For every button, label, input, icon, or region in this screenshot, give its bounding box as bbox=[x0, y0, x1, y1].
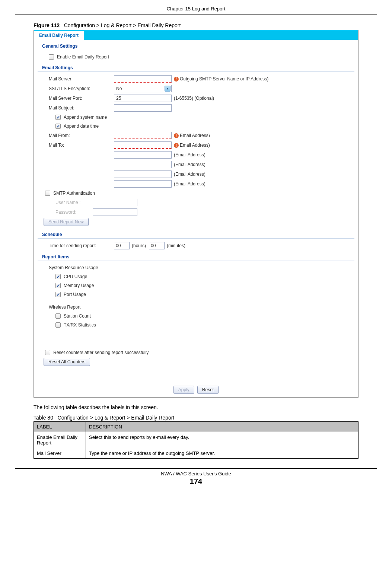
hint-mail-to-3: (Email Address) bbox=[174, 162, 205, 167]
checkbox-cpu-usage[interactable] bbox=[55, 274, 61, 279]
input-mail-to-3[interactable] bbox=[114, 161, 172, 168]
cell-desc: Type the name or IP address of the outgo… bbox=[86, 448, 358, 459]
body-text: The following table describes the labels… bbox=[34, 404, 358, 410]
label-port-usage: Port Usage bbox=[64, 292, 86, 297]
checkbox-memory-usage[interactable] bbox=[55, 283, 61, 288]
input-mail-port-value: 25 bbox=[116, 96, 121, 101]
apply-button[interactable]: Apply bbox=[173, 386, 194, 394]
input-mail-subject[interactable] bbox=[114, 104, 172, 112]
send-report-now-button[interactable]: Send Report Now bbox=[44, 218, 89, 226]
checkbox-smtp-auth[interactable] bbox=[45, 191, 50, 196]
reset-all-counters-button[interactable]: Reset All Counters bbox=[44, 358, 90, 366]
label-minutes: (minutes) bbox=[167, 243, 185, 248]
input-mail-to-2[interactable] bbox=[114, 151, 172, 159]
warn-icon: ! bbox=[174, 143, 179, 148]
chevron-down-icon: ▾ bbox=[165, 86, 170, 92]
label-sys-resource: System Resource Usage bbox=[49, 265, 98, 270]
label-time-sending: Time for sending report: bbox=[49, 243, 114, 248]
select-ssl[interactable]: No ▾ bbox=[114, 85, 172, 92]
th-label: LABEL bbox=[34, 422, 86, 432]
label-username: User Name : bbox=[55, 200, 93, 205]
input-minutes[interactable]: 00 bbox=[149, 242, 165, 249]
label-mail-subject: Mail Subject: bbox=[49, 105, 114, 111]
label-password: Password: bbox=[55, 210, 93, 215]
label-enable-email-daily-report: Enable Email Daily Report bbox=[57, 54, 109, 60]
label-wireless-report: Wireless Report bbox=[49, 305, 80, 310]
hint-mail-server: ! Outgoing SMTP Server Name or IP Addres… bbox=[174, 76, 268, 82]
label-mail-to: Mail To: bbox=[49, 143, 114, 148]
cell-label: Enable Email Daily Report bbox=[34, 432, 86, 448]
label-cpu-usage: CPU Usage bbox=[64, 274, 87, 279]
chapter-header: Chapter 15 Log and Report bbox=[15, 4, 377, 15]
table-caption: Table 80 Configuration > Log & Report > … bbox=[34, 415, 358, 421]
input-mail-to-4[interactable] bbox=[114, 170, 172, 178]
hint-mail-port: (1-65535) (Optional) bbox=[174, 96, 214, 101]
label-mail-port: Mail Server Port: bbox=[49, 96, 114, 101]
label-hours: (hours) bbox=[132, 243, 146, 248]
input-mail-to-5[interactable] bbox=[114, 180, 172, 188]
checkbox-reset-counters[interactable] bbox=[45, 350, 50, 355]
label-memory-usage: Memory Usage bbox=[64, 283, 94, 288]
input-mail-port[interactable]: 25 bbox=[114, 95, 172, 102]
label-reset-counters: Reset counters after sending report succ… bbox=[53, 350, 149, 355]
hint-mail-to-1: ! Email Address) bbox=[174, 143, 210, 148]
warn-icon: ! bbox=[174, 77, 179, 82]
label-txrx-stats: TX/RX Statistics bbox=[64, 322, 96, 328]
warn-icon: ! bbox=[174, 133, 179, 138]
tab-bar: Email Daily Report bbox=[34, 30, 358, 40]
reset-button[interactable]: Reset bbox=[197, 386, 219, 394]
footer-page-number: 174 bbox=[15, 477, 377, 486]
footer-guide: NWA / WAC Series User's Guide bbox=[15, 471, 377, 476]
label-mail-server: Mail Server: bbox=[49, 76, 114, 82]
input-username[interactable] bbox=[93, 199, 137, 206]
checkbox-append-system-name[interactable] bbox=[55, 115, 61, 120]
input-mail-server[interactable] bbox=[114, 75, 172, 83]
label-append-system-name: Append system name bbox=[64, 115, 107, 120]
table-row: Mail Server Type the name or IP address … bbox=[34, 448, 358, 459]
figure-caption: Figure 112 Configuration > Log & Report … bbox=[34, 22, 358, 28]
config-panel: Email Daily Report General Settings Enab… bbox=[34, 30, 358, 398]
input-mail-to-1[interactable] bbox=[114, 141, 172, 149]
cell-label: Mail Server bbox=[34, 448, 86, 459]
row-enable-email-daily-report: Enable Email Daily Report bbox=[34, 52, 358, 61]
page-footer: NWA / WAC Series User's Guide 174 bbox=[15, 468, 377, 486]
table-caption-text: Configuration > Log & Report > Email Dai… bbox=[58, 415, 175, 421]
input-password[interactable] bbox=[93, 208, 137, 216]
description-table: LABEL DESCRIPTION Enable Email Daily Rep… bbox=[34, 421, 358, 459]
label-smtp-auth: SMTP Authentication bbox=[53, 191, 95, 196]
section-general-title: General Settings bbox=[34, 40, 358, 50]
cell-desc: Select this to send reports by e-mail ev… bbox=[86, 432, 358, 448]
hint-mail-to-2: (Email Address) bbox=[174, 152, 205, 157]
input-mail-from[interactable] bbox=[114, 132, 172, 139]
label-ssl: SSL/TLS Encryption: bbox=[49, 86, 114, 91]
checkbox-append-date-time[interactable] bbox=[55, 124, 61, 129]
checkbox-station-count[interactable] bbox=[55, 313, 61, 319]
table-number: Table 80 bbox=[34, 415, 53, 421]
checkbox-txrx-stats[interactable] bbox=[55, 322, 61, 328]
label-append-date-time: Append date time bbox=[64, 124, 99, 129]
hint-mail-from: ! Email Address) bbox=[174, 133, 210, 138]
section-schedule-title: Schedule bbox=[34, 228, 358, 238]
label-station-count: Station Count bbox=[64, 313, 91, 319]
hint-mail-to-4: (Email Address) bbox=[174, 172, 205, 177]
select-ssl-value: No bbox=[116, 86, 122, 91]
figure-number: Figure 112 bbox=[34, 22, 60, 28]
checkbox-port-usage[interactable] bbox=[55, 292, 61, 297]
checkbox-enable-email-daily-report[interactable] bbox=[49, 54, 54, 60]
section-report-items-title: Report Items bbox=[34, 251, 358, 261]
figure-caption-text: Configuration > Log & Report > Email Dai… bbox=[64, 22, 181, 28]
label-mail-from: Mail From: bbox=[49, 133, 114, 138]
th-description: DESCRIPTION bbox=[86, 422, 358, 432]
hint-mail-to-5: (Email Address) bbox=[174, 181, 205, 187]
section-email-title: Email Settings bbox=[34, 61, 358, 71]
table-row: Enable Email Daily Report Select this to… bbox=[34, 432, 358, 448]
input-hours[interactable]: 00 bbox=[114, 242, 130, 249]
panel-footer: Apply Reset bbox=[108, 382, 284, 397]
tab-email-daily-report[interactable]: Email Daily Report bbox=[34, 30, 84, 40]
